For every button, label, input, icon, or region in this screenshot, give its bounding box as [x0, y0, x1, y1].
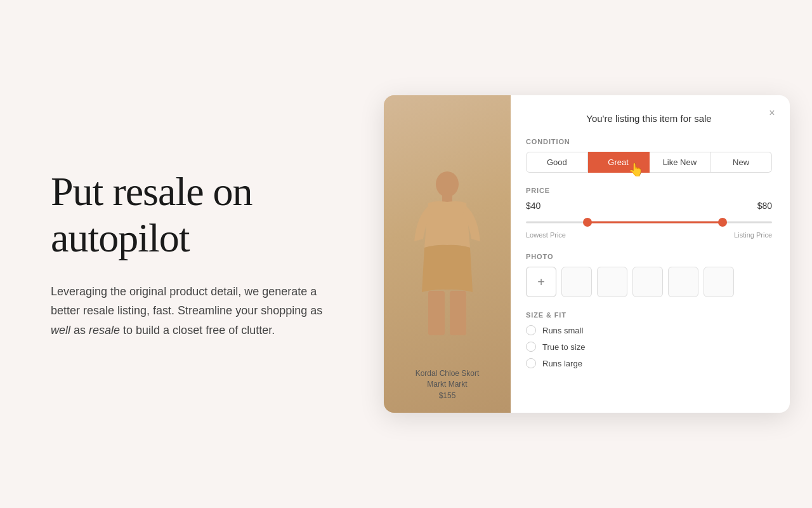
radio-circle-1 — [526, 325, 536, 335]
slider-fill — [587, 222, 723, 224]
svg-rect-2 — [428, 291, 445, 335]
condition-great[interactable]: Great 👆 — [588, 152, 650, 173]
product-price: $155 — [384, 391, 511, 400]
lowest-price-label: Lowest Price — [526, 231, 566, 239]
photo-slot-1[interactable] — [561, 267, 592, 297]
radio-true-to-size[interactable]: True to size — [526, 342, 772, 352]
product-name: Kordal Chloe Skort Markt Markt — [384, 368, 511, 390]
radio-label-2: True to size — [542, 342, 585, 352]
price-slider[interactable] — [526, 216, 772, 229]
size-fit-label: SIZE & FIT — [526, 311, 772, 319]
condition-like-new[interactable]: Like New — [650, 152, 711, 173]
listing-section: × You're listing this item for sale COND… — [511, 95, 790, 413]
radio-runs-large[interactable]: Runs large — [526, 358, 772, 368]
size-fit-section: SIZE & FIT Runs small True to size Runs … — [526, 311, 772, 368]
photo-section: PHOTO + — [526, 253, 772, 297]
price-section: PRICE $40 $80 Lowest Price Listing Price — [526, 187, 772, 239]
photo-slot-4[interactable] — [668, 267, 698, 297]
slider-thumb-high[interactable] — [718, 218, 727, 227]
radio-group: Runs small True to size Runs large — [526, 325, 772, 368]
radio-label-1: Runs small — [542, 326, 583, 335]
right-section: Kordal Chloe Skort Markt Markt $155 × Yo… — [362, 70, 812, 438]
condition-buttons: Good Great 👆 Like New New — [526, 152, 772, 173]
price-low: $40 — [526, 201, 540, 211]
svg-rect-3 — [450, 291, 466, 335]
photo-label: PHOTO — [526, 253, 772, 260]
slider-track — [526, 222, 772, 224]
photo-grid: + — [526, 267, 772, 297]
condition-good[interactable]: Good — [526, 152, 588, 173]
left-section: Put resale on autopilot Leveraging the o… — [0, 130, 362, 378]
price-labels: Lowest Price Listing Price — [526, 231, 772, 239]
hero-title: Put resale on autopilot — [51, 168, 324, 262]
radio-circle-3 — [526, 358, 536, 368]
price-high: $80 — [757, 201, 772, 211]
radio-runs-small[interactable]: Runs small — [526, 325, 772, 335]
svg-point-0 — [436, 171, 459, 197]
slider-thumb-low[interactable] — [583, 218, 592, 227]
photo-slot-3[interactable] — [632, 267, 663, 297]
radio-circle-2 — [526, 342, 536, 352]
listing-card: Kordal Chloe Skort Markt Markt $155 × Yo… — [384, 95, 790, 413]
photo-add-button[interactable]: + — [526, 267, 556, 297]
condition-new[interactable]: New — [710, 152, 772, 173]
product-image-section: Kordal Chloe Skort Markt Markt $155 — [384, 95, 511, 413]
product-image — [384, 95, 511, 413]
hero-description: Leveraging the original product detail, … — [51, 282, 324, 340]
listing-price-label: Listing Price — [734, 231, 772, 239]
photo-slot-2[interactable] — [597, 267, 627, 297]
photo-slot-5[interactable] — [704, 267, 734, 297]
close-button[interactable]: × — [764, 105, 780, 121]
cursor-icon: 👆 — [628, 162, 644, 177]
product-info: Kordal Chloe Skort Markt Markt $155 — [384, 368, 511, 400]
condition-label: CONDITION — [526, 138, 772, 145]
condition-section: CONDITION Good Great 👆 Like New New — [526, 138, 772, 173]
listing-title: You're listing this item for sale — [526, 113, 772, 124]
model-silhouette — [403, 165, 492, 343]
price-row: $40 $80 — [526, 201, 772, 211]
radio-label-3: Runs large — [542, 359, 582, 368]
price-label: PRICE — [526, 187, 772, 194]
